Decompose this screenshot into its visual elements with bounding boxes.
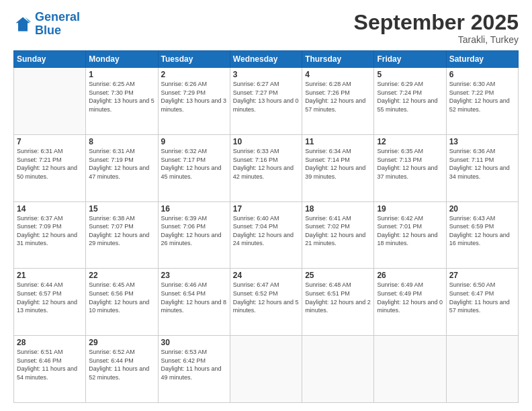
day-number: 20 [449,204,515,214]
sunset-text: Sunset: 7:17 PM [161,156,227,165]
day-info: Sunrise: 6:30 AM Sunset: 7:22 PM Dayligh… [449,80,515,113]
page: General Blue September 2025 Tarakli, Tur… [0,0,532,411]
day-number: 6 [449,70,515,79]
col-sunday: Sunday [14,51,86,68]
table-row: 15 Sunrise: 6:38 AM Sunset: 7:07 PM Dayl… [86,201,158,269]
table-row: 27 Sunrise: 6:50 AM Sunset: 6:47 PM Dayl… [446,269,518,336]
logo-line1: General [35,10,80,24]
table-row: 7 Sunrise: 6:31 AM Sunset: 7:21 PM Dayli… [14,134,86,201]
day-info: Sunrise: 6:53 AM Sunset: 6:42 PM Dayligh… [161,348,227,381]
day-number: 11 [305,137,371,146]
day-info: Sunrise: 6:51 AM Sunset: 6:46 PM Dayligh… [17,348,83,381]
day-info: Sunrise: 6:52 AM Sunset: 6:44 PM Dayligh… [89,348,154,381]
daylight-text: Daylight: 12 hours and 34 minutes. [449,164,515,181]
calendar-week-row: 28 Sunrise: 6:51 AM Sunset: 6:46 PM Dayl… [14,336,519,403]
daylight-text: Daylight: 12 hours and 5 minutes. [233,298,299,315]
logo-line2: Blue [35,24,61,37]
sunset-text: Sunset: 7:01 PM [377,222,443,231]
day-number: 28 [17,338,83,347]
sunset-text: Sunset: 7:04 PM [233,222,299,231]
day-number: 2 [161,70,227,79]
sunrise-text: Sunrise: 6:48 AM [305,281,371,289]
daylight-text: Daylight: 12 hours and 31 minutes. [17,231,83,248]
table-row: 25 Sunrise: 6:48 AM Sunset: 6:51 PM Dayl… [302,269,374,336]
sunset-text: Sunset: 6:57 PM [17,289,83,298]
day-number: 5 [377,70,443,79]
table-row: 18 Sunrise: 6:41 AM Sunset: 7:02 PM Dayl… [302,201,374,269]
day-number: 10 [233,137,299,146]
day-info: Sunrise: 6:32 AM Sunset: 7:17 PM Dayligh… [161,147,227,181]
day-info: Sunrise: 6:49 AM Sunset: 6:49 PM Dayligh… [377,281,443,314]
table-row: 22 Sunrise: 6:45 AM Sunset: 6:56 PM Dayl… [86,269,158,336]
day-info: Sunrise: 6:25 AM Sunset: 7:30 PM Dayligh… [89,80,154,113]
sunrise-text: Sunrise: 6:27 AM [233,80,299,89]
day-number: 24 [233,271,299,280]
calendar-header-row: Sunday Monday Tuesday Wednesday Thursday… [14,51,519,68]
day-info: Sunrise: 6:31 AM Sunset: 7:21 PM Dayligh… [17,147,83,181]
sunset-text: Sunset: 7:19 PM [89,156,154,165]
table-row: 6 Sunrise: 6:30 AM Sunset: 7:22 PM Dayli… [446,68,518,135]
day-info: Sunrise: 6:28 AM Sunset: 7:26 PM Dayligh… [305,80,371,113]
sunset-text: Sunset: 6:51 PM [305,289,371,298]
sunrise-text: Sunrise: 6:32 AM [161,147,227,156]
day-info: Sunrise: 6:31 AM Sunset: 7:19 PM Dayligh… [89,147,154,181]
daylight-text: Daylight: 12 hours and 39 minutes. [305,164,371,181]
day-info: Sunrise: 6:35 AM Sunset: 7:13 PM Dayligh… [377,147,443,181]
day-info: Sunrise: 6:36 AM Sunset: 7:11 PM Dayligh… [449,147,515,181]
day-number: 15 [89,204,154,214]
day-info: Sunrise: 6:46 AM Sunset: 6:54 PM Dayligh… [161,281,227,314]
sunset-text: Sunset: 7:24 PM [377,89,443,97]
daylight-text: Daylight: 12 hours and 42 minutes. [233,164,299,181]
sunrise-text: Sunrise: 6:25 AM [89,80,154,89]
logo-text: General Blue [35,11,80,38]
table-row: 2 Sunrise: 6:26 AM Sunset: 7:29 PM Dayli… [158,68,230,135]
sunrise-text: Sunrise: 6:35 AM [377,147,443,156]
sunrise-text: Sunrise: 6:31 AM [89,147,154,156]
table-row: 26 Sunrise: 6:49 AM Sunset: 6:49 PM Dayl… [374,269,446,336]
day-info: Sunrise: 6:41 AM Sunset: 7:02 PM Dayligh… [305,214,371,248]
sunrise-text: Sunrise: 6:38 AM [89,214,154,223]
daylight-text: Daylight: 12 hours and 13 minutes. [17,298,83,315]
day-number: 12 [377,137,443,146]
sunset-text: Sunset: 7:16 PM [233,156,299,165]
sunrise-text: Sunrise: 6:49 AM [377,281,443,289]
table-row: 14 Sunrise: 6:37 AM Sunset: 7:09 PM Dayl… [14,201,86,269]
table-row: 16 Sunrise: 6:39 AM Sunset: 7:06 PM Dayl… [158,201,230,269]
logo: General Blue [13,11,80,38]
sunrise-text: Sunrise: 6:30 AM [449,80,515,89]
day-number: 9 [161,137,227,146]
table-row [302,336,374,403]
sunrise-text: Sunrise: 6:36 AM [449,147,515,156]
day-info: Sunrise: 6:48 AM Sunset: 6:51 PM Dayligh… [305,281,371,314]
sunrise-text: Sunrise: 6:34 AM [305,147,371,156]
day-info: Sunrise: 6:42 AM Sunset: 7:01 PM Dayligh… [377,214,443,248]
table-row: 17 Sunrise: 6:40 AM Sunset: 7:04 PM Dayl… [230,201,302,269]
day-number: 4 [305,70,371,79]
daylight-text: Daylight: 12 hours and 50 minutes. [17,164,83,181]
table-row: 3 Sunrise: 6:27 AM Sunset: 7:27 PM Dayli… [230,68,302,135]
table-row [374,336,446,403]
daylight-text: Daylight: 12 hours and 55 minutes. [377,97,443,113]
table-row [446,336,518,403]
day-number: 25 [305,271,371,280]
day-number: 3 [233,70,299,79]
day-info: Sunrise: 6:27 AM Sunset: 7:27 PM Dayligh… [233,80,299,113]
daylight-text: Daylight: 11 hours and 57 minutes. [449,298,515,315]
table-row: 10 Sunrise: 6:33 AM Sunset: 7:16 PM Dayl… [230,134,302,201]
day-number: 1 [89,70,154,79]
day-number: 29 [89,338,154,347]
day-number: 22 [89,271,154,280]
daylight-text: Daylight: 13 hours and 0 minutes. [233,97,299,113]
daylight-text: Daylight: 12 hours and 29 minutes. [89,231,154,248]
daylight-text: Daylight: 12 hours and 26 minutes. [161,231,227,248]
sunset-text: Sunset: 7:22 PM [449,89,515,97]
sunrise-text: Sunrise: 6:33 AM [233,147,299,156]
table-row [230,336,302,403]
sunset-text: Sunset: 6:44 PM [89,357,154,365]
daylight-text: Daylight: 11 hours and 52 minutes. [89,365,154,381]
day-info: Sunrise: 6:33 AM Sunset: 7:16 PM Dayligh… [233,147,299,181]
daylight-text: Daylight: 12 hours and 21 minutes. [305,231,371,248]
sunrise-text: Sunrise: 6:46 AM [161,281,227,289]
table-row: 20 Sunrise: 6:43 AM Sunset: 6:59 PM Dayl… [446,201,518,269]
day-number: 26 [377,271,443,280]
